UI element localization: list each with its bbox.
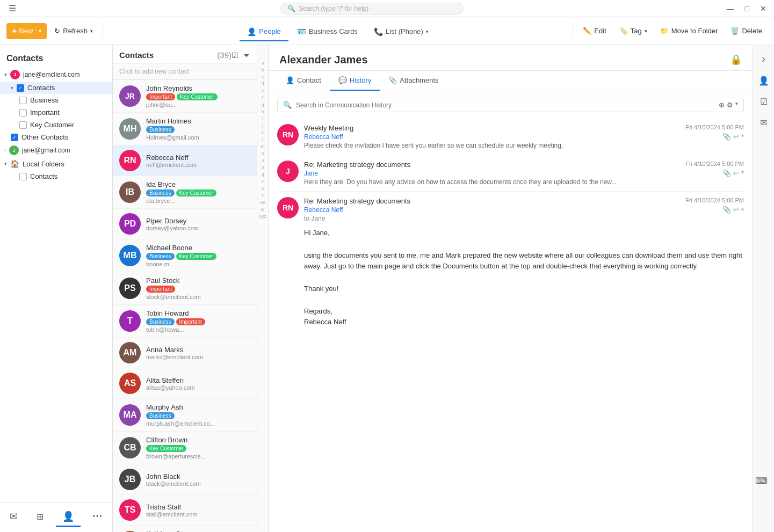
sidebar-item-key-customer[interactable]: Key Customer [0, 119, 112, 131]
contact-item[interactable]: JB John Black black@emclient.com [113, 464, 257, 495]
new-button[interactable]: + New ▾ [6, 23, 47, 39]
contact-item[interactable]: MB Michael Boone Business Key Customer b… [113, 239, 257, 272]
detail-tab-history[interactable]: 💬 History [330, 71, 380, 91]
maximize-button[interactable]: □ [742, 3, 753, 14]
sidebar-item-contacts[interactable]: ▾ ✓ Contacts [0, 82, 112, 94]
alpha-r[interactable]: r [262, 179, 264, 184]
history-item[interactable]: RN Re: Marketing strategy documents Rebe… [277, 192, 744, 338]
contact-item[interactable]: KS Kathleen Stevens Key Customer stevens… [113, 526, 257, 532]
history-item[interactable]: J Re: Marketing strategy documents Jane … [277, 155, 744, 192]
contact-item[interactable]: MH Martin Holmes Business Holmes@gmail.c… [113, 113, 257, 145]
tag-dropdown-icon[interactable]: ▾ [645, 28, 647, 34]
alpha-t[interactable]: t [262, 193, 264, 198]
sidebar-item-lf-contacts[interactable]: Contacts [0, 170, 112, 183]
global-search[interactable]: 🔍 Search (type '?' for help) [280, 3, 463, 14]
sidebar-item-jane-gmail[interactable]: › J jane@gmail.com [0, 143, 112, 157]
alpha-m[interactable]: m [261, 144, 265, 149]
contact-item[interactable]: AS Alita Steffen alitas@yahoo.com [113, 368, 257, 399]
alpha-s[interactable]: s [262, 186, 264, 191]
hamburger-icon[interactable]: ☰ [4, 1, 20, 16]
bottom-nav-mail[interactable]: ✉ [3, 507, 24, 527]
sidebar-item-jane-emclient[interactable]: ▾ J jane@emclient.com [0, 68, 112, 82]
alpha-e[interactable]: e [261, 88, 264, 93]
contact-item[interactable]: IB Ida Bryce Business Key Customer ida.b… [113, 176, 257, 209]
checkbox-lf-contacts[interactable] [19, 173, 27, 180]
tab-people[interactable]: 👤 People [240, 23, 288, 41]
contact-add[interactable]: Click to add new contact [113, 63, 257, 80]
contact-item[interactable]: PD Piper Dorsey dorsey@yahoo.com [113, 209, 257, 239]
history-search-magnify[interactable]: ⊕ [719, 101, 725, 109]
alpha-b[interactable]: b [261, 67, 264, 72]
checkbox-business[interactable] [19, 97, 27, 104]
expand-icon[interactable]: ▾ [741, 169, 744, 177]
bottom-nav-calendar[interactable]: ⊞ [30, 508, 50, 527]
filter-icon[interactable]: ⏷ [243, 51, 250, 60]
delete-button[interactable]: 🗑️ Delete [725, 24, 768, 38]
refresh-button[interactable]: ↻ Refresh ▾ [49, 24, 98, 38]
detail-tab-contact[interactable]: 👤 Contact [277, 71, 330, 91]
contact-item[interactable]: RN Rebecca Neff neff@emclient.com [113, 145, 257, 176]
bottom-nav-more[interactable]: ••• [86, 509, 110, 525]
close-button[interactable]: ✕ [757, 3, 770, 14]
alpha-i[interactable]: i [262, 116, 263, 121]
minimize-button[interactable]: — [724, 3, 737, 14]
tab-list-phone[interactable]: 📞 List (Phone) ▾ [366, 23, 436, 41]
checkbox-key-customer[interactable] [19, 121, 27, 129]
alpha-a[interactable]: a [261, 60, 264, 65]
checkbox-contacts[interactable]: ✓ [17, 84, 24, 92]
contact-item[interactable]: MA Murphy Ash Business murph.ash@emclien… [113, 399, 257, 432]
history-search-bar[interactable]: 🔍 ⊕ ⚙ ▾ [277, 98, 744, 112]
alpha-w[interactable]: w [261, 207, 265, 212]
alpha-h[interactable]: h [261, 109, 264, 114]
contact-item[interactable]: JR John Reynolds Important Key Customer … [113, 80, 257, 113]
alpha-d[interactable]: d [261, 81, 264, 86]
contact-item[interactable]: PS Paul Stock Important stock@emclient.c… [113, 272, 257, 305]
person-icon[interactable]: 👤 [755, 72, 772, 89]
sidebar-item-important[interactable]: Important [0, 106, 112, 119]
alpha-q[interactable]: q [261, 172, 264, 177]
alpha-n[interactable]: n [261, 151, 264, 156]
reply-icon[interactable]: ↩ [733, 133, 739, 141]
alpha-c[interactable]: c [262, 74, 264, 79]
contact-item[interactable]: TS Trisha Stall stall@emclient.com [113, 495, 257, 526]
sidebar-item-business[interactable]: Business [0, 94, 112, 106]
lock-icon[interactable]: 🔒 [730, 54, 742, 65]
alpha-p[interactable]: p [261, 165, 264, 170]
move-to-folder-button[interactable]: 📁 Move to Folder [655, 24, 724, 38]
bottom-nav-contacts[interactable]: 👤 [56, 507, 81, 527]
contact-item[interactable]: T Tobin Howard Business Important tobin@… [113, 305, 257, 338]
collapse-icon[interactable]: ▴ [741, 206, 744, 214]
select-all-icon[interactable]: ☑ [232, 51, 238, 60]
keyboard-icon[interactable]: ⌨ [752, 472, 771, 489]
alpha-o[interactable]: o [261, 158, 264, 163]
alpha-f[interactable]: f [262, 95, 264, 100]
alpha-g[interactable]: g [261, 102, 264, 107]
history-search-input[interactable] [296, 101, 714, 109]
back-icon[interactable]: › [758, 49, 769, 68]
reply-icon[interactable]: ↩ [733, 206, 739, 214]
contact-item[interactable]: CB Clifton Brown Key Customer brown@aper… [113, 432, 257, 464]
tag-button[interactable]: 🏷️ Tag ▾ [614, 24, 653, 38]
alpha-j[interactable]: j [262, 123, 263, 128]
contact-item[interactable]: AM Anna Marks marks@emclient.com [113, 338, 257, 368]
checkbox-other-contacts[interactable]: ✓ [11, 134, 18, 141]
history-item[interactable]: RN Weekly Meeting Rebecca Neff Please ch… [277, 119, 744, 155]
alpha-xyz[interactable]: xyz [259, 214, 266, 219]
tab-business-cards[interactable]: 🪪 Business Cards [290, 23, 365, 41]
alpha-l[interactable]: l [262, 137, 263, 142]
new-dropdown-icon[interactable]: ▾ [35, 28, 41, 34]
reply-icon[interactable]: ↩ [733, 169, 739, 177]
detail-tab-attachments[interactable]: 📎 Attachments [380, 71, 447, 91]
sidebar-item-local-folders[interactable]: ▾ 🏠 Local Folders [0, 157, 112, 170]
alpha-k[interactable]: k [262, 130, 264, 135]
refresh-dropdown-icon[interactable]: ▾ [90, 28, 93, 34]
history-search-settings-icon[interactable]: ⚙ [727, 101, 733, 109]
history-search-dropdown-icon[interactable]: ▾ [735, 101, 738, 109]
task-icon[interactable]: ☑ [757, 93, 771, 110]
checkbox-important[interactable] [19, 109, 27, 116]
sidebar-item-other-contacts[interactable]: ✓ Other Contacts [0, 131, 112, 143]
expand-icon[interactable]: ▾ [741, 133, 744, 141]
edit-button[interactable]: ✏️ Edit [577, 24, 611, 38]
alpha-uv[interactable]: uv [260, 200, 265, 205]
list-phone-dropdown-icon[interactable]: ▾ [426, 29, 429, 34]
